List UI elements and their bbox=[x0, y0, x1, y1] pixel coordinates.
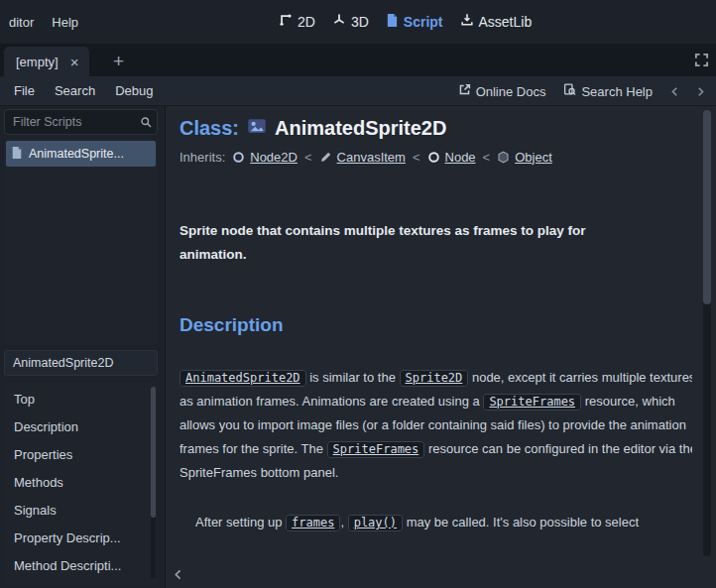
class-link-spriteframes-2[interactable]: SpriteFrames bbox=[327, 441, 425, 458]
inherits-row: Inherits: Node2D < CanvasItem < Node < O… bbox=[179, 148, 692, 166]
filter-scripts bbox=[4, 109, 158, 135]
animatedsprite2d-class-icon bbox=[247, 116, 267, 140]
class-label: Class: bbox=[179, 117, 239, 140]
canvasitem-icon bbox=[319, 151, 332, 164]
member-link-frames[interactable]: frames bbox=[286, 515, 340, 531]
inherit-link-canvasitem[interactable]: CanvasItem bbox=[337, 150, 406, 165]
doc-title: Class: AnimatedSprite2D bbox=[179, 116, 692, 140]
topbar-menus: ditor Help bbox=[0, 10, 87, 35]
bottom-strip bbox=[166, 560, 716, 588]
class-link-animatedsprite2d[interactable]: AnimatedSprite2D bbox=[179, 370, 306, 387]
close-icon[interactable]: × bbox=[70, 55, 79, 69]
node-icon bbox=[427, 151, 440, 164]
doc-search-icon bbox=[563, 83, 576, 99]
member-item-top[interactable]: Top bbox=[4, 385, 158, 412]
3d-icon bbox=[332, 13, 346, 31]
script-tabbar: [empty] × + bbox=[0, 44, 716, 76]
object-icon bbox=[497, 151, 510, 164]
workspace-3d-label: 3D bbox=[351, 14, 369, 30]
menubar-right: Online Docs Search Help bbox=[451, 76, 711, 106]
inherit-link-node[interactable]: Node bbox=[445, 150, 476, 165]
method-link-play[interactable]: play() bbox=[348, 515, 403, 531]
tab-empty-script[interactable]: [empty] × bbox=[4, 47, 89, 76]
external-link-icon bbox=[458, 83, 471, 99]
member-item-signals[interactable]: Signals bbox=[4, 496, 158, 524]
para-text: After setting up bbox=[195, 515, 286, 529]
online-docs-button[interactable]: Online Docs bbox=[451, 79, 553, 103]
workspace-3d-button[interactable]: 3D bbox=[332, 13, 369, 31]
search-help-button[interactable]: Search Help bbox=[556, 79, 659, 103]
description-heading: Description bbox=[179, 314, 692, 336]
sidebar-class-name: AnimatedSprite2D bbox=[4, 350, 158, 376]
member-item-description[interactable]: Description bbox=[4, 412, 158, 440]
scrollbar-thumb[interactable] bbox=[703, 110, 711, 304]
script-list: AnimatedSprite... bbox=[4, 139, 158, 345]
member-item-method-descriptions[interactable]: Method Descripti... bbox=[4, 551, 158, 579]
documentation-panel: Class: AnimatedSprite2D Inherits: Node2D… bbox=[165, 106, 716, 588]
workspace-2d-label: 2D bbox=[298, 14, 315, 30]
tab-label: [empty] bbox=[16, 55, 59, 69]
inherits-label: Inherits: bbox=[179, 150, 225, 165]
script-icon bbox=[386, 13, 399, 32]
workspace-switcher: 2D 3D Script AssetLib bbox=[279, 0, 532, 44]
member-list: Top Description Properties Methods Signa… bbox=[4, 382, 158, 586]
topbar: ditor Help 2D 3D Script AssetLib bbox=[0, 0, 716, 44]
brief-description: Sprite node that contains multiple textu… bbox=[179, 219, 641, 267]
workspace-assetlib-button[interactable]: AssetLib bbox=[460, 13, 533, 31]
class-link-sprite2d[interactable]: Sprite2D bbox=[400, 370, 469, 387]
menu-file[interactable]: File bbox=[4, 78, 45, 103]
description-paragraph: AnimatedSprite2D is similar to the Sprit… bbox=[179, 366, 692, 485]
menu-search[interactable]: Search bbox=[45, 78, 105, 103]
doc-scrollbar[interactable] bbox=[703, 110, 711, 556]
filter-scripts-input[interactable] bbox=[4, 109, 158, 135]
assetlib-icon bbox=[460, 13, 474, 31]
workspace-assetlib-label: AssetLib bbox=[479, 14, 533, 30]
inherits-separator: < bbox=[304, 150, 312, 165]
menu-debug[interactable]: Debug bbox=[105, 78, 163, 103]
scrollbar-thumb[interactable] bbox=[151, 387, 156, 518]
menu-help[interactable]: Help bbox=[43, 10, 87, 35]
menu-editor[interactable]: ditor bbox=[0, 10, 43, 35]
inherits-separator: < bbox=[483, 150, 491, 165]
collapse-panel-icon[interactable] bbox=[173, 567, 184, 582]
inherits-separator: < bbox=[413, 150, 420, 165]
class-link-spriteframes[interactable]: SpriteFrames bbox=[483, 394, 581, 411]
add-tab-button[interactable]: + bbox=[108, 50, 129, 72]
member-item-methods[interactable]: Methods bbox=[4, 468, 158, 496]
para-text: , bbox=[340, 515, 347, 529]
search-icon bbox=[140, 115, 153, 133]
workspace-script-button[interactable]: Script bbox=[386, 13, 443, 32]
description-paragraph-partial: After setting up frames, play() may be c… bbox=[179, 511, 692, 534]
script-list-item-animatedsprite2d[interactable]: AnimatedSprite... bbox=[6, 141, 156, 167]
script-list-item-label: AnimatedSprite... bbox=[29, 147, 124, 161]
inherit-link-node2d[interactable]: Node2D bbox=[250, 150, 298, 165]
member-item-properties[interactable]: Properties bbox=[4, 440, 158, 468]
2d-icon bbox=[279, 13, 293, 31]
page-title: AnimatedSprite2D bbox=[275, 117, 446, 140]
member-list-scrollbar[interactable] bbox=[151, 387, 156, 579]
node2d-icon bbox=[232, 151, 245, 164]
script-sidebar: AnimatedSprite... AnimatedSprite2D Top D… bbox=[0, 106, 165, 588]
godot-editor-window: ditor Help 2D 3D Script AssetLib [ bbox=[0, 0, 716, 588]
para-text: is similar to the bbox=[306, 370, 400, 385]
search-help-label: Search Help bbox=[581, 84, 653, 99]
para-text: may be called. It's also possible to sel… bbox=[403, 515, 639, 529]
history-forward-icon[interactable] bbox=[689, 80, 711, 102]
inherit-link-object[interactable]: Object bbox=[515, 150, 552, 165]
distraction-free-icon[interactable] bbox=[694, 53, 709, 71]
member-item-property-descriptions[interactable]: Property Descrip... bbox=[4, 524, 158, 551]
script-file-icon bbox=[11, 146, 23, 163]
history-back-icon[interactable] bbox=[663, 80, 685, 102]
workspace-2d-button[interactable]: 2D bbox=[279, 13, 315, 31]
doc-content: Class: AnimatedSprite2D Inherits: Node2D… bbox=[179, 106, 692, 560]
workspace-script-label: Script bbox=[404, 14, 443, 30]
online-docs-label: Online Docs bbox=[476, 84, 546, 99]
script-menubar: File Search Debug Online Docs Search Hel… bbox=[0, 76, 716, 106]
